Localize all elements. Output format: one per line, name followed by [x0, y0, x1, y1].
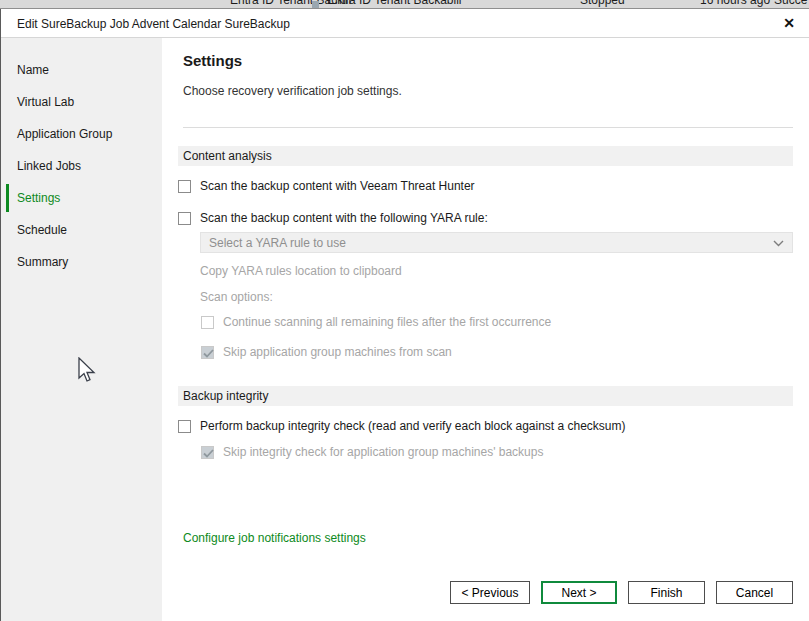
- sidebar-item-application-group[interactable]: Application Group: [1, 118, 162, 150]
- sidebar-item-summary[interactable]: Summary: [1, 246, 162, 278]
- chevron-down-icon: [773, 236, 784, 250]
- surebackup-wizard-dialog: Edit SureBackup Job Advent Calendar Sure…: [0, 9, 809, 621]
- cancel-button[interactable]: Cancel: [716, 581, 793, 604]
- page-subtitle: Choose recovery verification job setting…: [183, 84, 402, 98]
- checkbox-label: Scan the backup content with Veeam Threa…: [200, 179, 475, 193]
- next-button[interactable]: Next >: [541, 581, 617, 604]
- job-icon: [312, 1, 319, 8]
- checkbox-threat-hunter[interactable]: Scan the backup content with Veeam Threa…: [178, 179, 475, 193]
- bg-job-result: Succe: [774, 0, 807, 7]
- page-title: Settings: [183, 52, 242, 69]
- close-icon[interactable]: ✕: [779, 13, 799, 33]
- dropdown-placeholder: Select a YARA rule to use: [209, 236, 346, 250]
- background-window-strip: Entra ID Tenant Backill Entra ID Tenant …: [0, 0, 809, 9]
- checkbox-label: Scan the backup content with the followi…: [200, 211, 488, 225]
- copy-yara-location-link: Copy YARA rules location to clipboard: [200, 264, 402, 278]
- checkbox-perform-integrity-check[interactable]: Perform backup integrity check (read and…: [178, 419, 626, 433]
- checkbox-label: Continue scanning all remaining files af…: [223, 315, 551, 329]
- checkbox-box[interactable]: [178, 420, 191, 433]
- divider: [183, 127, 793, 128]
- checkbox-label: Skip application group machines from sca…: [223, 345, 452, 359]
- configure-notifications-link[interactable]: Configure job notifications settings: [183, 531, 366, 545]
- checkbox-box-checked: [201, 446, 214, 459]
- dialog-title: Edit SureBackup Job Advent Calendar Sure…: [17, 17, 290, 31]
- bg-job-status: Stopped: [580, 0, 625, 7]
- dialog-titlebar: Edit SureBackup Job Advent Calendar Sure…: [1, 9, 809, 38]
- sidebar-item-linked-jobs[interactable]: Linked Jobs: [1, 150, 162, 182]
- sidebar-item-virtual-lab[interactable]: Virtual Lab: [1, 86, 162, 118]
- checkbox-yara-rule[interactable]: Scan the backup content with the followi…: [178, 211, 488, 225]
- checkbox-label: Perform backup integrity check (read and…: [200, 419, 626, 433]
- section-content-analysis: Content analysis: [178, 146, 793, 166]
- scan-options-label: Scan options:: [200, 290, 273, 304]
- sidebar-item-settings[interactable]: Settings: [1, 182, 162, 214]
- screen: Entra ID Tenant Backill Entra ID Tenant …: [0, 0, 809, 621]
- bg-job-name-2: Entra ID Tenant Backabill: [327, 0, 462, 7]
- checkbox-label: Skip integrity check for application gro…: [223, 445, 543, 459]
- yara-rule-dropdown: Select a YARA rule to use: [200, 232, 793, 253]
- checkbox-skip-integrity-app-group: Skip integrity check for application gro…: [201, 445, 543, 459]
- checkbox-skip-app-group-scan: Skip application group machines from sca…: [201, 345, 452, 359]
- checkbox-continue-scanning: Continue scanning all remaining files af…: [201, 315, 551, 329]
- wizard-steps-sidebar: Name Virtual Lab Application Group Linke…: [1, 38, 162, 621]
- settings-panel: Settings Choose recovery verification jo…: [162, 38, 809, 621]
- finish-button[interactable]: Finish: [628, 581, 705, 604]
- previous-button[interactable]: < Previous: [450, 581, 530, 604]
- checkbox-box[interactable]: [178, 212, 191, 225]
- checkbox-box-checked: [201, 346, 214, 359]
- section-backup-integrity: Backup integrity: [178, 386, 793, 406]
- checkbox-box[interactable]: [178, 180, 191, 193]
- dialog-body: Name Virtual Lab Application Group Linke…: [1, 38, 809, 621]
- wizard-footer: < Previous Next > Finish Cancel: [450, 581, 793, 604]
- bg-job-lastrun: 16 hours ago: [700, 0, 770, 7]
- sidebar-item-name[interactable]: Name: [1, 54, 162, 86]
- checkbox-box: [201, 316, 214, 329]
- sidebar-item-schedule[interactable]: Schedule: [1, 214, 162, 246]
